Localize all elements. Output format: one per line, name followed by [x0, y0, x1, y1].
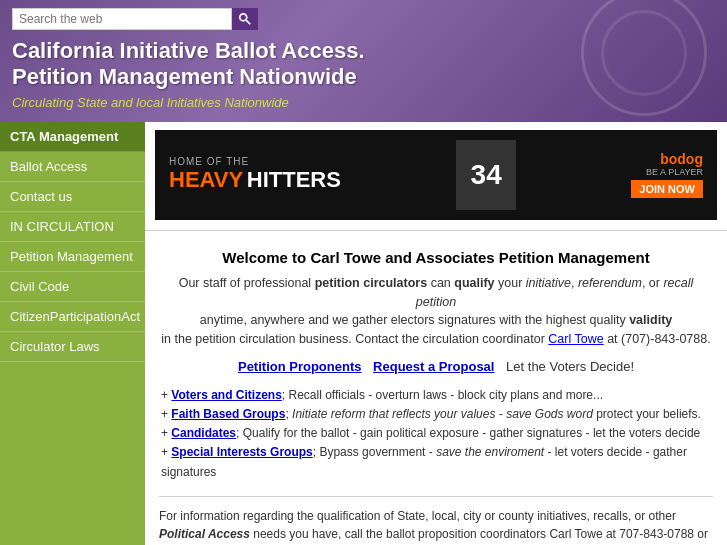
sidebar-item-ballot[interactable]: Ballot Access: [0, 152, 145, 182]
let-voters-text: Let the Voters Decide!: [506, 359, 634, 374]
divider-2: [159, 496, 713, 497]
links-row: Petition Proponents Request a Proposal L…: [159, 359, 713, 374]
bullet-list: Voters and Citizens; Recall officials - …: [159, 382, 713, 486]
search-input[interactable]: [12, 8, 232, 30]
petition-proponents-link[interactable]: Petition Proponents: [238, 359, 362, 374]
sidebar: CTA Management Ballot Access Contact us …: [0, 122, 145, 545]
list-item-voters: Voters and Citizens; Recall officials - …: [159, 386, 713, 405]
special-link[interactable]: Special Interests Groups: [171, 445, 312, 459]
be-player-text: BE A PLAYER: [646, 167, 703, 177]
political-access-text: Political Access: [159, 527, 250, 541]
site-title: California Initiative Ballot Access. Pet…: [12, 38, 715, 91]
main-layout: CTA Management Ballot Access Contact us …: [0, 122, 727, 545]
candidates-link[interactable]: Candidates: [171, 426, 236, 440]
search-button[interactable]: [232, 8, 258, 30]
svg-point-0: [240, 14, 247, 21]
intro-paragraph: Our staff of professional petition circu…: [159, 274, 713, 349]
site-header: California Initiative Ballot Access. Pet…: [0, 0, 727, 122]
bodog-logo: bodog: [660, 151, 703, 167]
banner-text: HOME OF THE HEAVY HITTERS: [169, 156, 341, 193]
list-item-candidates: Candidates; Qualify for the ballot - gai…: [159, 424, 713, 443]
info-paragraph: For information regarding the qualificat…: [159, 507, 713, 545]
carl-towe-link[interactable]: Carl Towe: [548, 332, 603, 346]
svg-line-1: [246, 20, 250, 24]
join-now-button[interactable]: JOIN NOW: [631, 180, 703, 198]
voters-link[interactable]: Voters and Citizens: [171, 388, 281, 402]
divider-1: [145, 230, 727, 231]
welcome-title: Welcome to Carl Towe and Associates Peti…: [159, 249, 713, 266]
sidebar-item-civil[interactable]: Civil Code: [0, 272, 145, 302]
advertisement-banner[interactable]: HOME OF THE HEAVY HITTERS 34 bodog BE A …: [155, 130, 717, 220]
banner-hitters-text: HITTERS: [247, 167, 341, 192]
content-area: Welcome to Carl Towe and Associates Peti…: [145, 241, 727, 545]
sidebar-item-cta[interactable]: CTA Management: [0, 122, 145, 152]
bold-qualify: qualify: [454, 276, 494, 290]
request-proposal-link[interactable]: Request a Proposal: [373, 359, 494, 374]
faith-italic: Initiate reform that reflects your value…: [292, 407, 593, 421]
banner-player-image: 34: [456, 140, 516, 210]
sidebar-item-citizen[interactable]: CitizenParticipationAct: [0, 302, 145, 332]
list-item-special: Special Interests Groups; Bypass governm…: [159, 443, 713, 481]
italic-referendum: referendum: [578, 276, 642, 290]
sidebar-item-contact[interactable]: Contact us: [0, 182, 145, 212]
site-subtitle: Circulating State and local Initiatives …: [12, 95, 715, 110]
banner-home-text: HOME OF THE: [169, 156, 341, 167]
sidebar-item-circulation[interactable]: IN CIRCULATION: [0, 212, 145, 242]
banner-heavy-text: HEAVY: [169, 167, 243, 192]
bold-petition-circulators: petition circulators: [315, 276, 428, 290]
sidebar-item-circulator[interactable]: Circulator Laws: [0, 332, 145, 362]
sidebar-item-petition[interactable]: Petition Management: [0, 242, 145, 272]
banner-bodog: bodog BE A PLAYER JOIN NOW: [631, 151, 703, 198]
italic-initiative: initiative: [526, 276, 571, 290]
bold-validity: validity: [629, 313, 672, 327]
special-italic: save the enviroment: [436, 445, 544, 459]
faith-link[interactable]: Faith Based Groups: [171, 407, 285, 421]
list-item-faith: Faith Based Groups; Initiate reform that…: [159, 405, 713, 424]
main-content: HOME OF THE HEAVY HITTERS 34 bodog BE A …: [145, 122, 727, 545]
